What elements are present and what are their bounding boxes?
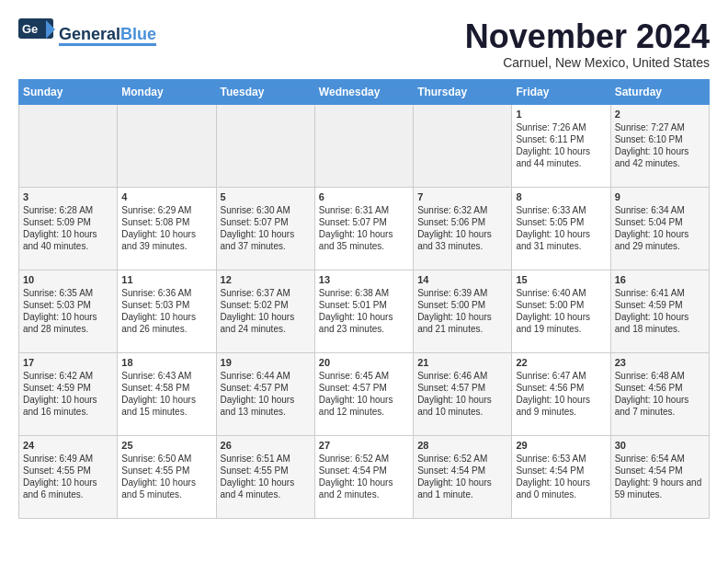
header-row: SundayMondayTuesdayWednesdayThursdayFrid…: [19, 79, 710, 104]
day-number: 2: [615, 109, 705, 120]
day-number: 4: [121, 191, 211, 202]
day-header-saturday: Saturday: [610, 79, 709, 104]
day-number: 12: [221, 274, 311, 285]
day-info: Sunrise: 6:43 AM: [121, 370, 211, 382]
calendar-cell: 8Sunrise: 6:33 AMSunset: 5:05 PMDaylight…: [512, 187, 610, 270]
day-info: Daylight: 10 hours and 39 minutes.: [121, 228, 211, 252]
day-header-thursday: Thursday: [414, 79, 512, 104]
day-number: 10: [23, 274, 113, 285]
day-info: Sunset: 5:00 PM: [417, 299, 507, 311]
day-number: 20: [319, 357, 409, 368]
day-info: Sunset: 4:57 PM: [319, 382, 409, 394]
logo-blue: Blue: [120, 25, 156, 43]
day-number: 30: [615, 440, 705, 451]
week-row-3: 10Sunrise: 6:35 AMSunset: 5:03 PMDayligh…: [19, 270, 710, 352]
day-info: Daylight: 10 hours and 9 minutes.: [516, 394, 606, 418]
day-info: Sunset: 5:03 PM: [121, 299, 211, 311]
day-number: 25: [121, 440, 211, 451]
calendar-cell: 20Sunrise: 6:45 AMSunset: 4:57 PMDayligh…: [314, 352, 413, 435]
calendar-cell: 22Sunrise: 6:47 AMSunset: 4:56 PMDayligh…: [512, 352, 610, 435]
day-info: Daylight: 10 hours and 12 minutes.: [319, 394, 409, 418]
day-info: Sunset: 6:10 PM: [615, 133, 705, 145]
day-info: Daylight: 10 hours and 21 minutes.: [417, 311, 507, 335]
day-info: Daylight: 10 hours and 6 minutes.: [23, 477, 113, 500]
day-info: Sunset: 4:54 PM: [319, 465, 409, 477]
page-header: Ge GeneralBlue November 2024 Carnuel, Ne…: [18, 18, 710, 70]
day-number: 6: [319, 191, 409, 202]
calendar-cell: 1Sunrise: 7:26 AMSunset: 6:11 PMDaylight…: [512, 104, 610, 187]
calendar-cell: 25Sunrise: 6:50 AMSunset: 4:55 PMDayligh…: [118, 435, 216, 518]
calendar-cell: 13Sunrise: 6:38 AMSunset: 5:01 PMDayligh…: [314, 270, 413, 352]
svg-text:Ge: Ge: [22, 22, 38, 36]
day-header-wednesday: Wednesday: [314, 79, 413, 104]
calendar-cell: 5Sunrise: 6:30 AMSunset: 5:07 PMDaylight…: [216, 187, 314, 270]
day-info: Sunrise: 6:50 AM: [121, 453, 211, 465]
day-info: Daylight: 10 hours and 24 minutes.: [221, 311, 311, 335]
calendar-cell: 17Sunrise: 6:42 AMSunset: 4:59 PMDayligh…: [19, 352, 118, 435]
calendar-cell: [314, 104, 413, 187]
calendar-cell: [414, 104, 512, 187]
day-info: Sunset: 5:02 PM: [221, 299, 311, 311]
day-info: Sunrise: 6:36 AM: [121, 287, 211, 299]
calendar-cell: 27Sunrise: 6:52 AMSunset: 4:54 PMDayligh…: [314, 435, 413, 518]
day-info: Sunset: 4:56 PM: [516, 382, 606, 394]
day-info: Sunrise: 6:52 AM: [319, 453, 409, 465]
day-info: Sunrise: 6:28 AM: [23, 204, 113, 216]
day-number: 7: [417, 191, 507, 202]
calendar-cell: [118, 104, 216, 187]
day-info: Sunset: 5:09 PM: [23, 216, 113, 228]
day-info: Daylight: 10 hours and 44 minutes.: [516, 145, 606, 169]
day-info: Daylight: 10 hours and 37 minutes.: [221, 228, 311, 252]
week-row-4: 17Sunrise: 6:42 AMSunset: 4:59 PMDayligh…: [19, 352, 710, 435]
day-number: 16: [615, 274, 705, 285]
day-info: Sunrise: 7:27 AM: [615, 121, 705, 133]
calendar-cell: 12Sunrise: 6:37 AMSunset: 5:02 PMDayligh…: [216, 270, 314, 352]
day-info: Sunrise: 6:53 AM: [516, 453, 606, 465]
calendar-cell: 16Sunrise: 6:41 AMSunset: 4:59 PMDayligh…: [610, 270, 709, 352]
calendar-cell: 2Sunrise: 7:27 AMSunset: 6:10 PMDaylight…: [610, 104, 709, 187]
calendar-cell: 21Sunrise: 6:46 AMSunset: 4:57 PMDayligh…: [414, 352, 512, 435]
day-number: 15: [516, 274, 606, 285]
day-info: Sunset: 4:56 PM: [615, 382, 705, 394]
week-row-2: 3Sunrise: 6:28 AMSunset: 5:09 PMDaylight…: [19, 187, 710, 270]
calendar-cell: 23Sunrise: 6:48 AMSunset: 4:56 PMDayligh…: [610, 352, 709, 435]
day-info: Daylight: 10 hours and 15 minutes.: [121, 394, 211, 418]
day-info: Sunset: 4:57 PM: [221, 382, 311, 394]
month-title: November 2024: [465, 18, 710, 55]
day-info: Sunset: 5:07 PM: [319, 216, 409, 228]
day-info: Sunset: 5:01 PM: [319, 299, 409, 311]
calendar-cell: 19Sunrise: 6:44 AMSunset: 4:57 PMDayligh…: [216, 352, 314, 435]
day-info: Sunset: 4:55 PM: [221, 465, 311, 477]
calendar-cell: [216, 104, 314, 187]
day-info: Sunset: 4:57 PM: [417, 382, 507, 394]
day-info: Sunrise: 6:54 AM: [615, 453, 705, 465]
day-info: Sunrise: 6:49 AM: [23, 453, 113, 465]
day-info: Daylight: 10 hours and 29 minutes.: [615, 228, 705, 252]
calendar-cell: 7Sunrise: 6:32 AMSunset: 5:06 PMDaylight…: [414, 187, 512, 270]
day-info: Sunrise: 6:37 AM: [221, 287, 311, 299]
day-info: Daylight: 10 hours and 33 minutes.: [417, 228, 507, 252]
day-number: 17: [23, 357, 113, 368]
day-info: Sunset: 5:07 PM: [221, 216, 311, 228]
day-info: Sunrise: 6:52 AM: [417, 453, 507, 465]
calendar-cell: 26Sunrise: 6:51 AMSunset: 4:55 PMDayligh…: [216, 435, 314, 518]
day-info: Sunrise: 6:45 AM: [319, 370, 409, 382]
day-info: Sunset: 4:55 PM: [23, 465, 113, 477]
day-info: Daylight: 10 hours and 0 minutes.: [516, 477, 606, 500]
calendar-cell: 6Sunrise: 6:31 AMSunset: 5:07 PMDaylight…: [314, 187, 413, 270]
day-info: Sunrise: 6:51 AM: [221, 453, 311, 465]
day-info: Sunrise: 6:35 AM: [23, 287, 113, 299]
day-number: 24: [23, 440, 113, 451]
day-header-tuesday: Tuesday: [216, 79, 314, 104]
day-info: Sunset: 4:59 PM: [615, 299, 705, 311]
location: Carnuel, New Mexico, United States: [465, 55, 710, 70]
day-number: 19: [221, 357, 311, 368]
day-info: Daylight: 10 hours and 10 minutes.: [417, 394, 507, 418]
day-info: Sunset: 5:08 PM: [121, 216, 211, 228]
day-number: 21: [417, 357, 507, 368]
day-info: Sunset: 5:06 PM: [417, 216, 507, 228]
day-info: Daylight: 10 hours and 19 minutes.: [516, 311, 606, 335]
day-number: 8: [516, 191, 606, 202]
calendar-table: SundayMondayTuesdayWednesdayThursdayFrid…: [18, 79, 710, 519]
day-info: Sunrise: 6:34 AM: [615, 204, 705, 216]
